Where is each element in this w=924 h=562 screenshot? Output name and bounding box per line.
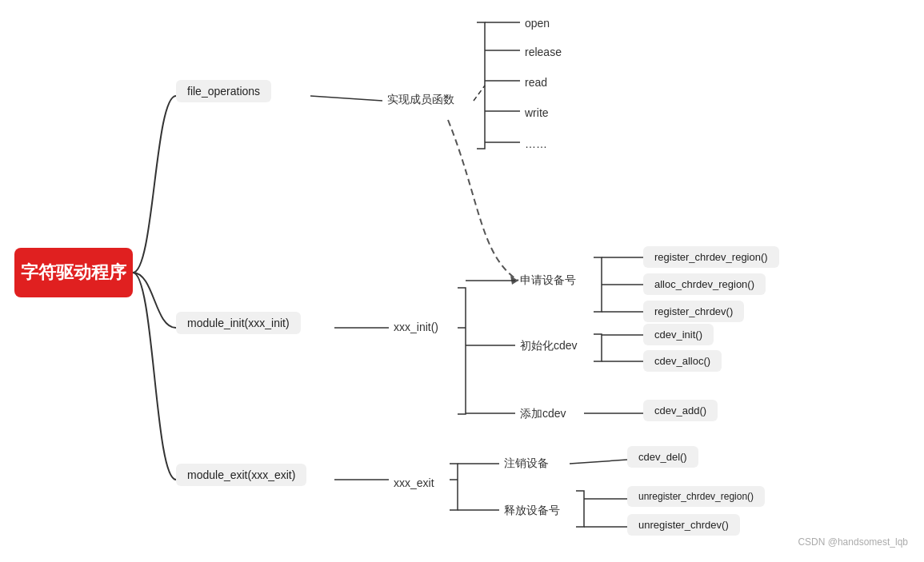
cdev-del-node: cdev_del() bbox=[627, 446, 698, 468]
apply-device-text: 申请设备号 bbox=[520, 273, 576, 286]
svg-line-0 bbox=[310, 96, 382, 101]
cdev-add-node: cdev_add() bbox=[643, 400, 718, 421]
module-exit-label: module_exit(xxx_exit) bbox=[187, 468, 295, 481]
xxx-init-text: xxx_init() bbox=[394, 321, 438, 333]
watermark: CSDN @handsomest_lqb bbox=[798, 536, 908, 548]
add-cdev-label: 添加cdev bbox=[515, 404, 571, 424]
module-init-label: module_init(xxx_init) bbox=[187, 317, 290, 329]
unregister-device-label: 注销设备 bbox=[499, 453, 554, 474]
implement-label: 实现成员函数 bbox=[382, 90, 459, 110]
register-chrdev-region-node: register_chrdev_region() bbox=[643, 246, 779, 268]
apply-device-label: 申请设备号 bbox=[515, 270, 581, 291]
xxx-exit-text: xxx_exit bbox=[394, 476, 434, 489]
member-etc: …… bbox=[525, 135, 547, 153]
member-release: release bbox=[525, 43, 562, 61]
unregister-device-text: 注销设备 bbox=[504, 456, 549, 469]
cdev-alloc-node: cdev_alloc() bbox=[643, 350, 722, 372]
member-read: read bbox=[525, 74, 547, 91]
unregister-chrdev-region-node: unregister_chrdev_region() bbox=[627, 486, 765, 507]
module-init-node: module_init(xxx_init) bbox=[176, 312, 301, 334]
member-open: open bbox=[525, 14, 550, 32]
implement-text: 实现成员函数 bbox=[387, 93, 454, 106]
module-exit-node: module_exit(xxx_exit) bbox=[176, 464, 306, 486]
release-device-label: 释放设备号 bbox=[499, 500, 565, 521]
cdev-init-node: cdev_init() bbox=[643, 324, 714, 345]
unregister-chrdev-node: unregister_chrdev() bbox=[627, 514, 740, 536]
svg-line-6 bbox=[474, 86, 485, 101]
add-cdev-text: 添加cdev bbox=[520, 407, 566, 420]
file-operations-node: file_operations bbox=[176, 80, 271, 102]
init-cdev-text: 初始化cdev bbox=[520, 339, 578, 352]
svg-line-23 bbox=[570, 460, 627, 464]
init-cdev-label: 初始化cdev bbox=[515, 336, 582, 357]
file-operations-label: file_operations bbox=[187, 85, 260, 98]
register-chrdev-node: register_chrdev() bbox=[643, 301, 744, 322]
xxx-init-label: xxx_init() bbox=[389, 317, 443, 337]
member-write: write bbox=[525, 104, 549, 122]
xxx-exit-label: xxx_exit bbox=[389, 473, 439, 492]
root-label: 字符驱动程序 bbox=[21, 261, 126, 285]
release-device-text: 释放设备号 bbox=[504, 504, 560, 516]
root-node: 字符驱动程序 bbox=[14, 248, 133, 297]
alloc-chrdev-region-node: alloc_chrdev_region() bbox=[643, 273, 766, 295]
